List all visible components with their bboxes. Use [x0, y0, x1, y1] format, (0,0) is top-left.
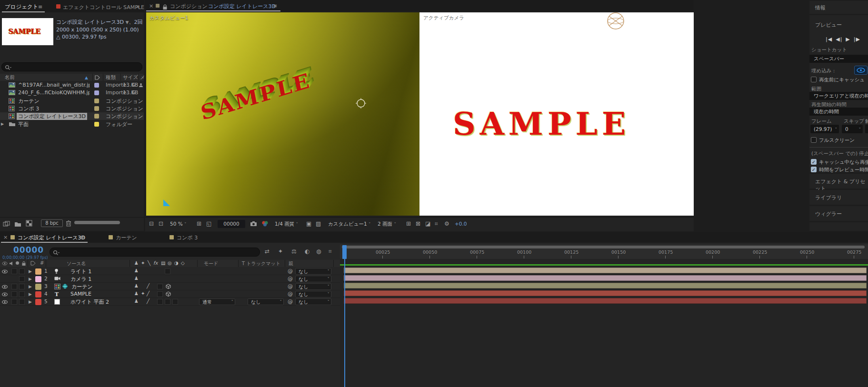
current-time-indicator-line[interactable] [344, 258, 345, 387]
shy-switch[interactable]: ♟ [134, 276, 139, 281]
parent-pickwhip-icon[interactable]: @ [288, 291, 293, 297]
include-eye-toggle[interactable] [854, 66, 868, 75]
layer-av-cell[interactable] [19, 299, 25, 305]
layer-expander-icon[interactable]: ▶ [29, 277, 32, 281]
range-dropdown[interactable]: ワークエリアと現在の時間 [809, 92, 868, 100]
main-display-icon[interactable]: ⊡ [159, 220, 163, 227]
quality-switch[interactable]: ╱ [147, 283, 150, 288]
layer-name[interactable]: カメラ 1 [70, 276, 91, 283]
snapshot-camera-icon[interactable] [250, 221, 257, 228]
video-column-icon[interactable] [2, 261, 8, 267]
layer-duration-bar[interactable] [344, 268, 867, 273]
blend-mode-dropdown[interactable]: 通常˅ [199, 298, 235, 305]
interpret-footage-icon[interactable] [3, 220, 10, 229]
layer-expander-icon[interactable]: ▶ [29, 299, 32, 304]
layer-av-cell[interactable] [11, 291, 17, 297]
graph-editor-icon[interactable]: ⌗ [329, 248, 332, 255]
always-preview-icon[interactable]: ⊟ [149, 220, 154, 227]
layer-switch-cell[interactable] [157, 291, 163, 297]
layer-label-swatch[interactable] [35, 299, 41, 305]
folder-expander-icon[interactable]: ▶ [1, 122, 4, 126]
parent-dropdown[interactable]: なし˅ [295, 268, 331, 275]
matte-col-label[interactable]: T トラックマット [242, 260, 280, 267]
parent-pickwhip-icon[interactable]: @ [288, 276, 293, 282]
lock-column-icon[interactable] [21, 261, 26, 267]
layer-switch-cell[interactable] [157, 284, 163, 289]
layer-expander-icon[interactable]: ▶ [29, 292, 32, 297]
wiggler-panel-header[interactable]: ウィグラー [809, 206, 868, 221]
show-channel-icon[interactable] [261, 220, 269, 228]
timeline-close-icon[interactable]: × [3, 234, 8, 240]
timeline-nav-icon[interactable]: ◪ [425, 220, 430, 227]
label-color-swatch[interactable] [94, 90, 99, 95]
new-composition-icon[interactable] [26, 219, 32, 228]
fullscreen-checkbox[interactable] [811, 137, 817, 143]
viewer-tab-prefix[interactable]: コンポジション [170, 3, 208, 10]
current-frame-display[interactable]: 00000 [13, 245, 44, 255]
project-row[interactable]: ^B197AF...bnail_win_distr.jpgImporte...G… [0, 81, 144, 89]
shortcut-dropdown[interactable]: スペースバー [809, 55, 868, 63]
timeline-panel-menu-icon[interactable]: ≡ [80, 234, 84, 240]
parent-pickwhip-icon[interactable]: @ [288, 298, 293, 305]
camera-poi-gizmo-icon[interactable] [605, 12, 626, 34]
layer-label-swatch[interactable] [35, 268, 41, 275]
project-row[interactable]: 240_F_6...fiCbioKQWHHM.jpgImporte...G13 … [0, 89, 144, 97]
viewer-tab-comp-name[interactable]: コンポ設定 レイトレース3D [208, 3, 276, 10]
label-col-icon[interactable] [30, 261, 36, 267]
timeline-tab-curtain[interactable]: カーテン [116, 234, 137, 241]
preview-time-checkbox[interactable]: ✓ [811, 167, 817, 172]
flowchart-icon[interactable]: ⌗ [435, 220, 438, 227]
timeline-search-input[interactable] [50, 248, 260, 257]
project-row[interactable]: コンポ 3コンポジション [0, 105, 144, 112]
magnification-dropdown[interactable]: 50 % ˅ [170, 221, 187, 227]
library-panel-header[interactable]: ライブラリ [809, 190, 868, 205]
index-col-label[interactable]: # [40, 260, 44, 266]
parent-dropdown[interactable]: なし˅ [295, 283, 331, 290]
layer-av-cell[interactable] [11, 299, 17, 305]
quality-switch[interactable]: ╱ [147, 298, 150, 304]
transport-button-0[interactable]: |◀ [826, 36, 832, 42]
exposure-value[interactable]: +0.0 [455, 221, 467, 227]
layer-duration-bar[interactable] [344, 290, 867, 296]
transport-button-3[interactable]: |▶ [854, 36, 860, 42]
active-camera-viewport[interactable]: アクティブカメラ SAMPLE [419, 12, 694, 216]
label-color-swatch[interactable] [94, 106, 99, 111]
view-layout-dropdown[interactable]: 2 画面 ˅ [378, 221, 396, 228]
layer-eye-toggle[interactable] [2, 284, 8, 290]
transport-button-2[interactable]: ▶ [846, 36, 850, 42]
shy-switch[interactable]: ♟ [134, 283, 139, 288]
grid-guides-icon[interactable]: ⊞ [197, 220, 201, 227]
motion-blur-icon[interactable]: ◐ [305, 248, 309, 255]
pixel-aspect-icon[interactable]: ⊠ [416, 220, 420, 227]
resolution-dropdown-sb[interactable] [865, 125, 868, 133]
layer-label-swatch[interactable] [35, 284, 41, 290]
mode-col-label[interactable]: モード [204, 260, 218, 267]
tab-overflow-chevron[interactable]: » [136, 3, 140, 10]
label-color-swatch[interactable] [94, 122, 99, 127]
layer-row[interactable]: ▶4TSAMPLE♟✦╱@なし˅ [0, 290, 340, 298]
tab-effect-controls[interactable]: エフェクトコントロール SAMPLE [63, 4, 144, 11]
shy-switch[interactable]: ♟ [134, 298, 139, 304]
label-color-swatch[interactable] [94, 83, 99, 88]
info-comp-name[interactable]: コンポ設定 レイトレース3D [56, 19, 124, 25]
trash-icon[interactable] [66, 219, 71, 228]
layer-eye-toggle[interactable] [2, 292, 8, 298]
cache-play-checkbox[interactable]: ✓ [811, 159, 817, 165]
layer-switch-cell[interactable] [172, 299, 178, 305]
project-row[interactable]: ▶平面フォルダー [0, 120, 144, 128]
layer-name[interactable]: カーテン [71, 283, 93, 290]
label-color-swatch[interactable] [94, 114, 99, 119]
horizontal-scrollbar[interactable] [74, 221, 120, 224]
layer-row[interactable]: ▶3カーテン♟╱@なし˅ [0, 283, 340, 290]
collapse-switch[interactable]: ✦ [141, 291, 145, 296]
layer-duration-bar[interactable] [344, 283, 867, 288]
effects-presets-panel-header[interactable]: エフェクト & プリセット [809, 174, 868, 189]
layer-av-cell[interactable] [11, 284, 17, 289]
layer-switch-cell[interactable] [157, 299, 163, 305]
layer-duration-bar[interactable] [344, 298, 867, 304]
viewer-timecode-field[interactable]: 00000 [218, 220, 245, 228]
layer-name[interactable]: ライト 1 [70, 268, 91, 275]
region-of-interest-icon[interactable]: ◱ [206, 220, 211, 227]
col-type[interactable]: 種類 [106, 74, 116, 81]
frame-blending-icon[interactable]: ⚖ [291, 248, 297, 255]
